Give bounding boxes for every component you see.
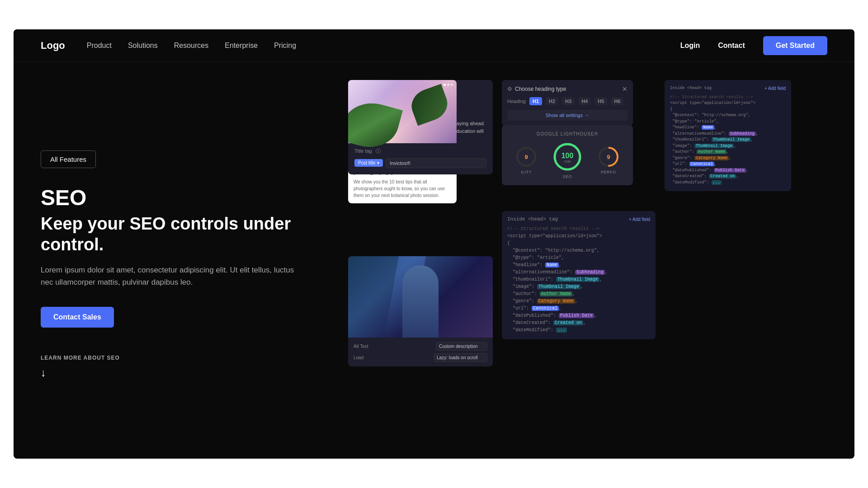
hero-description: Lorem ipsum dolor sit amet, consectetur … bbox=[41, 264, 303, 288]
h3-button[interactable]: H3 bbox=[562, 97, 575, 105]
blog-card: Invictos™ https://invictos.edu > Blog Li… bbox=[348, 80, 457, 203]
svg-text:9: 9 bbox=[525, 154, 528, 160]
nav-links: Product Solutions Resources Enterprise P… bbox=[87, 42, 680, 50]
h4-button[interactable]: H4 bbox=[578, 97, 591, 105]
category-highlight: Category Name bbox=[537, 299, 575, 304]
score-circle-svg-3: 9 bbox=[597, 145, 620, 168]
load-label: Load bbox=[354, 355, 363, 360]
json-date-published: "datePublished": Publish Date, bbox=[507, 312, 650, 319]
score-label-3: PERFO bbox=[601, 170, 616, 174]
json-date-modified: "dateModified": ... bbox=[507, 327, 650, 334]
close-icon[interactable]: ✕ bbox=[622, 85, 627, 93]
nav-resources[interactable]: Resources bbox=[174, 42, 208, 50]
right-genre-tag: Category Name bbox=[694, 156, 729, 160]
blog-image bbox=[348, 80, 457, 143]
alt-text-row: Alt Text Custom description bbox=[354, 342, 487, 351]
json-url: "url": Canonical, bbox=[507, 305, 650, 312]
json-header-label: Inside <head> tag bbox=[507, 216, 558, 222]
heading-buttons-row: Heading H1 H2 H3 H4 H5 H6 bbox=[507, 97, 627, 105]
right-code-line-6: "headline": Name, bbox=[670, 125, 786, 131]
heading-title-label: Choose heading type bbox=[515, 86, 566, 92]
h1-button[interactable]: H1 bbox=[529, 97, 542, 105]
json-genre: "genre": Category Name, bbox=[507, 298, 650, 305]
subheading-highlight: Subheading bbox=[575, 270, 605, 275]
all-features-button[interactable]: All Features bbox=[41, 150, 96, 168]
add-field-button[interactable]: + Add field bbox=[629, 217, 650, 222]
gear-icon: ⚙ bbox=[507, 86, 512, 92]
right-code-line-5: "@type": "Article", bbox=[670, 119, 786, 125]
right-canonical-tag: Canonical bbox=[689, 162, 714, 166]
name-highlight: Name bbox=[545, 263, 559, 267]
nav-enterprise[interactable]: Enterprise bbox=[225, 42, 258, 50]
heading-row-label: Heading bbox=[507, 99, 526, 104]
right-code-line-15: "dateModified": ... bbox=[670, 180, 786, 186]
dot-2 bbox=[447, 84, 449, 86]
score-label-2: SEO bbox=[563, 174, 572, 179]
dot-3 bbox=[451, 84, 453, 86]
right-thumbnail-tag: Thumbnail Image bbox=[712, 137, 751, 142]
left-panel: All Features SEO Keep your SEO controls … bbox=[41, 80, 330, 441]
dot-1 bbox=[443, 84, 446, 86]
right-code-panel: Inside <head> tag + Add field <!-- Struc… bbox=[665, 80, 791, 191]
heading-card-title: ⚙ Choose heading type bbox=[507, 86, 566, 92]
json-thumbnail-url: "thumbnailUrl": Thumbnail Image, bbox=[507, 276, 650, 283]
tag-badge-label: Post title bbox=[358, 160, 375, 165]
alt-text-select[interactable]: Custom description bbox=[436, 342, 487, 351]
title-tag-input[interactable] bbox=[386, 158, 486, 168]
right-code-line-14: "dateCreated": Created on, bbox=[670, 174, 786, 180]
get-started-button[interactable]: Get Started bbox=[763, 36, 827, 55]
h5-button[interactable]: H5 bbox=[594, 97, 607, 105]
json-card-header: Inside <head> tag + Add field bbox=[507, 216, 650, 222]
thumbnail-url-highlight: Thumbnail Image bbox=[556, 277, 599, 282]
json-headline: "headline": Name, bbox=[507, 262, 650, 269]
author-highlight: Author Name bbox=[540, 291, 572, 296]
image-settings: Alt Text Custom description Load Lazy: l… bbox=[348, 338, 493, 366]
right-publish-tag: Publish Date bbox=[714, 168, 746, 173]
contact-sales-button[interactable]: Contact Sales bbox=[41, 307, 114, 328]
right-code-line-11: "genre": Category Name, bbox=[670, 155, 786, 162]
post-title-badge[interactable]: Post title ▾ bbox=[354, 159, 383, 167]
heading-type-card: ⚙ Choose heading type ✕ Heading H1 H2 H3… bbox=[502, 80, 633, 126]
json-author: "author": Author Name, bbox=[507, 291, 650, 298]
load-select[interactable]: Lazy: loads on scroll bbox=[434, 353, 487, 362]
nav-product[interactable]: Product bbox=[87, 42, 112, 50]
created-on-highlight: Created on bbox=[553, 320, 583, 325]
hero-label: SEO bbox=[41, 186, 330, 210]
json-comment-line: <!-- Structured search results --> bbox=[507, 225, 650, 233]
load-row: Load Lazy: loads on scroll bbox=[354, 353, 487, 362]
json-image: "image": Thumbnail Image, bbox=[507, 283, 650, 291]
login-link[interactable]: Login bbox=[680, 42, 700, 50]
right-code-line-12: "url": Canonical, bbox=[670, 161, 786, 168]
h6-button[interactable]: H6 bbox=[611, 97, 623, 105]
score-circle-svg-1: 9 bbox=[515, 145, 538, 168]
lighthouse-card: GOOGLE LIGHTHOUSE® 9 ILITY bbox=[502, 125, 633, 185]
right-panel: Search Result Preview Lighting technique… bbox=[348, 80, 827, 441]
contact-link[interactable]: Contact bbox=[718, 42, 745, 50]
alt-text-label: Alt Text bbox=[354, 344, 368, 349]
json-context: "@context": "http://schema.org", bbox=[507, 247, 650, 254]
right-code-line-4: "@context": "http://schema.org", bbox=[670, 113, 786, 119]
nav-solutions[interactable]: Solutions bbox=[128, 42, 158, 50]
scroll-down-icon[interactable]: ↓ bbox=[41, 366, 330, 379]
title-tag-label: Title tag bbox=[354, 148, 372, 154]
score-accessibility: 9 ILITY bbox=[515, 145, 538, 174]
modified-highlight: ... bbox=[556, 328, 567, 333]
json-date-created: "dateCreated": Created on, bbox=[507, 319, 650, 327]
right-code-line-13: "datePublished": Publish Date, bbox=[670, 168, 786, 174]
publish-date-highlight: Publish Date bbox=[559, 313, 594, 318]
canonical-highlight: Canonical bbox=[532, 306, 559, 311]
score-circle-svg-2: 100 /100 bbox=[552, 141, 583, 173]
show-all-settings-button[interactable]: Show all settings → bbox=[507, 110, 627, 121]
right-modified-tag: ... bbox=[712, 180, 722, 185]
json-code-card: Inside <head> tag + Add field <!-- Struc… bbox=[502, 211, 656, 339]
right-code-line-1: <!-- Structured search results --> bbox=[670, 94, 786, 101]
main-content: All Features SEO Keep your SEO controls … bbox=[14, 62, 854, 459]
hero-headline: Keep your SEO controls under control. bbox=[41, 214, 330, 255]
page-container: Logo Product Solutions Resources Enterpr… bbox=[14, 29, 854, 459]
nav-pricing[interactable]: Pricing bbox=[274, 42, 296, 50]
right-add-field-button[interactable]: + Add field bbox=[764, 86, 786, 91]
h2-button[interactable]: H2 bbox=[546, 97, 558, 105]
score-performance: 9 PERFO bbox=[597, 145, 620, 174]
right-image-tag: Thumbnail Image bbox=[694, 144, 734, 148]
image-highlight: Thumbnail Image bbox=[537, 284, 580, 289]
